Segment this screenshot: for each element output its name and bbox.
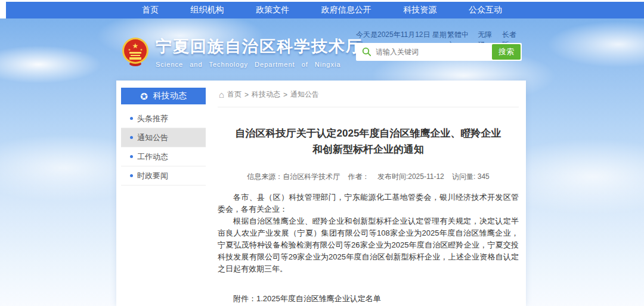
- article-paragraph: 根据自治区雏鹰企业、瞪羚企业和创新型标杆企业认定管理有关规定，决定认定半亩良人农…: [218, 215, 519, 275]
- article-title: 自治区科技厅关于认定2025年度自治区雏鹰企业、瞪羚企业 和创新型标杆企业的通知: [218, 125, 519, 157]
- meta-author: 作者：: [348, 172, 370, 181]
- sidebar-title: 科技动态: [153, 91, 187, 101]
- home-icon: ⌂: [219, 90, 224, 99]
- site-title-block: 宁夏回族自治区科学技术厅 Science and Technology Depa…: [156, 36, 363, 68]
- meta-source: 信息来源：自治区科学技术厅: [247, 172, 340, 181]
- search-input[interactable]: [376, 43, 492, 61]
- sidebar-menu: 头条推荐 通知公告 工作动态 时政要闻: [121, 109, 206, 186]
- nav-item-home[interactable]: 首页: [142, 5, 159, 16]
- sidebar-item-notices[interactable]: 通知公告: [121, 128, 206, 147]
- breadcrumb: ⌂ 首页 > 科技动态 > 通知公告: [218, 88, 519, 107]
- breadcrumb-notices[interactable]: 通知公告: [290, 89, 319, 100]
- sidebar-header: ✪ 科技动态: [121, 88, 206, 104]
- search-bar: 搜索: [356, 43, 522, 61]
- nav-item-organization[interactable]: 组织机构: [191, 5, 224, 16]
- top-navigation-items: 首页 组织机构 政策文件 政府信息公开 科技资源 公众互动: [125, 2, 519, 18]
- sidebar-item-label: 头条推荐: [137, 113, 168, 124]
- attachment-link-1[interactable]: 1.2025年度自治区雏鹰企业认定名单: [256, 293, 404, 305]
- site-title: 宁夏回族自治区科学技术厅: [156, 36, 363, 57]
- site-subtitle: Science and Technology Department of Nin…: [156, 61, 363, 68]
- svg-text:★: ★: [132, 42, 139, 50]
- svg-text:★: ★: [128, 48, 131, 51]
- breadcrumb-sci-news[interactable]: 科技动态: [252, 89, 280, 100]
- search-icon: [362, 47, 371, 57]
- sidebar: ✪ 科技动态 头条推荐 通知公告 工作动态 时政要闻: [121, 88, 206, 186]
- meta-visits: 访问量: 345: [452, 172, 490, 181]
- bullet-icon: [130, 136, 133, 139]
- page: 首页 组织机构 政策文件 政府信息公开 科技资源 公众互动 ★ ★ ★ 宁夏回族…: [0, 0, 644, 306]
- bullet-icon: [130, 117, 133, 120]
- sidebar-item-label: 工作动态: [137, 152, 168, 162]
- article-title-line2: 和创新型标杆企业的通知: [218, 141, 519, 157]
- main-content: ⌂ 首页 > 科技动态 > 通知公告 自治区科技厅关于认定2025年度自治区雏鹰…: [218, 88, 519, 306]
- breadcrumb-separator: >: [283, 91, 287, 99]
- nav-item-public-interaction[interactable]: 公众互动: [469, 5, 502, 16]
- site-brand: ★ ★ ★ 宁夏回族自治区科学技术厅 Science and Technolog…: [121, 36, 363, 68]
- meta-publish-date: 发布时间:2025-11-12: [377, 172, 444, 181]
- attachments: 附件： 1.2025年度自治区雏鹰企业认定名单 2.2025年度自治区瞪羚企业认…: [218, 293, 519, 306]
- top-navigation: 首页 组织机构 政策文件 政府信息公开 科技资源 公众互动: [6, 2, 644, 18]
- content-card: ✪ 科技动态 头条推荐 通知公告 工作动态 时政要闻: [116, 81, 526, 306]
- breadcrumb-home[interactable]: 首页: [227, 89, 242, 100]
- svg-text:★: ★: [140, 48, 143, 51]
- national-emblem-logo: ★ ★ ★: [121, 37, 150, 67]
- bullet-icon: [130, 155, 133, 158]
- sidebar-item-current-affairs[interactable]: 时政要闻: [121, 166, 206, 186]
- article-meta: 信息来源：自治区科学技术厅 作者： 发布时间:2025-11-12 访问量: 3…: [218, 172, 519, 182]
- attachments-label: 附件：: [233, 293, 256, 305]
- article-body: 各市、县（区）科技管理部门，宁东能源化工基地管委会，银川经济技术开发区管委会，各…: [218, 191, 519, 275]
- sidebar-item-label: 通知公告: [137, 132, 168, 143]
- nav-item-policy[interactable]: 政策文件: [256, 5, 289, 16]
- article-title-line1: 自治区科技厅关于认定2025年度自治区雏鹰企业、瞪羚企业: [218, 125, 519, 141]
- search-button[interactable]: 搜索: [492, 44, 521, 60]
- attachments-list: 1.2025年度自治区雏鹰企业认定名单 2.2025年度自治区瞪羚企业认定名单 …: [256, 293, 404, 306]
- sidebar-item-label: 时政要闻: [137, 171, 168, 181]
- bullet-icon: [130, 174, 133, 177]
- circled-star-icon: ✪: [140, 92, 148, 101]
- nav-item-gov-info[interactable]: 政府信息公开: [321, 5, 371, 16]
- article-paragraph: 各市、县（区）科技管理部门，宁东能源化工基地管委会，银川经济技术开发区管委会，各…: [218, 191, 519, 215]
- nav-item-sci-resources[interactable]: 科技资源: [403, 5, 436, 16]
- sidebar-item-work-updates[interactable]: 工作动态: [121, 147, 206, 166]
- breadcrumb-separator: >: [244, 91, 249, 99]
- sidebar-item-headlines[interactable]: 头条推荐: [121, 109, 206, 128]
